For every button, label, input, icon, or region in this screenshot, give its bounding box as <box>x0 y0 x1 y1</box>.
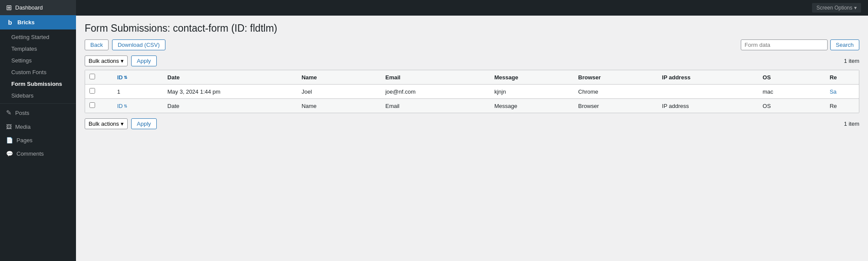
posts-icon: ✎ <box>6 109 12 117</box>
download-csv-button[interactable]: Download (CSV) <box>112 39 165 50</box>
footer-browser: Browser <box>574 99 658 113</box>
comments-icon: 💬 <box>6 150 13 157</box>
id-sort-control[interactable]: ID ⇅ <box>117 74 159 81</box>
table: ID ⇅ Date Name Email <box>85 70 859 113</box>
row-os: mac <box>758 85 825 99</box>
screen-options-label: Screen Options <box>816 5 852 11</box>
footer-sort-arrows-icon: ⇅ <box>124 104 127 108</box>
row-checkbox-cell <box>85 85 113 99</box>
page-title: Form Submissions: contact-form (ID: fldt… <box>85 23 859 34</box>
footer-email: Email <box>381 99 490 113</box>
sidebar-item-templates[interactable]: Templates <box>0 43 76 55</box>
row-browser: Chrome <box>574 85 658 99</box>
row-message: kjnjn <box>490 85 574 99</box>
footer-id: ID ⇅ <box>113 99 163 113</box>
sidebar-item-media[interactable]: 🖼 Media <box>0 120 76 134</box>
sidebar-item-form-submissions[interactable]: Form Submissions <box>0 78 76 90</box>
sidebar-item-comments[interactable]: 💬 Comments <box>0 147 76 160</box>
sidebar-item-label: Posts <box>15 110 30 116</box>
media-icon: 🖼 <box>6 124 12 130</box>
sidebar-item-custom-fonts[interactable]: Custom Fonts <box>0 66 76 78</box>
item-count-bottom: 1 item <box>844 121 859 127</box>
sidebar: ⊞ Dashboard b Bricks Getting Started Tem… <box>0 0 76 261</box>
row-re-anchor[interactable]: Sa <box>830 88 837 95</box>
header-re: Re <box>825 70 859 85</box>
bulk-actions-label-bottom: Bulk actions <box>89 121 119 127</box>
apply-button-top[interactable]: Apply <box>131 55 157 66</box>
sidebar-item-bricks[interactable]: b Bricks <box>0 15 76 29</box>
back-button[interactable]: Back <box>85 39 109 50</box>
select-all-checkbox[interactable] <box>89 74 95 79</box>
content-area: Form Submissions: contact-form (ID: fldt… <box>76 16 868 261</box>
header-checkbox-cell <box>85 70 113 85</box>
pages-icon: 📄 <box>6 137 13 144</box>
row-email: joe@nf.com <box>381 85 490 99</box>
top-toolbar: Back Download (CSV) Search <box>85 39 859 50</box>
sidebar-item-posts[interactable]: ✎ Posts <box>0 105 76 120</box>
bulk-actions-dropdown-top[interactable]: Bulk actions ▾ <box>85 55 128 66</box>
header-message: Message <box>490 70 574 85</box>
footer-checkbox-cell <box>85 99 113 113</box>
footer-re: Re <box>825 99 859 113</box>
table-header: ID ⇅ Date Name Email <box>85 70 859 85</box>
footer-name: Name <box>297 99 381 113</box>
header-browser: Browser <box>574 70 658 85</box>
header-email: Email <box>381 70 490 85</box>
row-id: 1 <box>113 85 163 99</box>
bulk-actions-label-top: Bulk actions <box>89 58 119 64</box>
footer-os: OS <box>758 99 825 113</box>
sidebar-item-label: Pages <box>17 137 33 144</box>
table-body: 1 May 3, 2024 1:44 pm Joel joe@nf.com kj… <box>85 85 859 113</box>
chevron-down-icon: ▾ <box>854 5 857 11</box>
sidebar-item-pages[interactable]: 📄 Pages <box>0 134 76 147</box>
id-label: ID <box>117 74 123 81</box>
bottom-bulk-bar: Bulk actions ▾ Apply 1 item <box>85 118 859 129</box>
sidebar-item-dashboard[interactable]: ⊞ Dashboard <box>0 0 76 15</box>
sidebar-item-label: Media <box>15 124 30 130</box>
sort-arrows-icon: ⇅ <box>124 75 127 80</box>
header-ip: IP address <box>658 70 759 85</box>
header-date: Date <box>163 70 297 85</box>
row-re-link[interactable]: Sa <box>825 85 859 99</box>
item-count-top: 1 item <box>844 58 859 64</box>
search-area: Search <box>741 39 859 50</box>
bulk-actions-dropdown-bottom[interactable]: Bulk actions ▾ <box>85 118 128 129</box>
apply-button-bottom[interactable]: Apply <box>131 118 157 129</box>
screen-options-button[interactable]: Screen Options ▾ <box>812 3 861 13</box>
chevron-down-icon: ▾ <box>121 58 124 64</box>
row-ip <box>658 85 759 99</box>
footer-select-all-checkbox[interactable] <box>89 102 95 108</box>
table-footer-row: ID ⇅ Date Name Email Message Browser IP … <box>85 99 859 113</box>
header-id: ID ⇅ <box>113 70 163 85</box>
sidebar-item-getting-started[interactable]: Getting Started <box>0 31 76 43</box>
footer-message: Message <box>490 99 574 113</box>
topbar: Screen Options ▾ <box>76 0 868 16</box>
sidebar-item-settings[interactable]: Settings <box>0 55 76 66</box>
row-name: Joel <box>297 85 381 99</box>
header-os: OS <box>758 70 825 85</box>
footer-id-sort-control[interactable]: ID ⇅ <box>117 103 159 109</box>
row-checkbox[interactable] <box>89 88 95 94</box>
sidebar-item-label: Bricks <box>17 19 35 26</box>
row-date: May 3, 2024 1:44 pm <box>163 85 297 99</box>
search-input[interactable] <box>741 39 828 50</box>
header-name: Name <box>297 70 381 85</box>
bricks-submenu: Getting Started Templates Settings Custo… <box>0 31 76 101</box>
dashboard-icon: ⊞ <box>6 3 12 12</box>
sidebar-divider <box>0 103 76 104</box>
bricks-icon: b <box>6 19 14 26</box>
sidebar-item-label: Dashboard <box>15 4 43 11</box>
footer-date: Date <box>163 99 297 113</box>
sidebar-item-sidebars[interactable]: Sidebars <box>0 90 76 101</box>
submissions-table: ID ⇅ Date Name Email <box>85 70 859 113</box>
chevron-down-icon-bottom: ▾ <box>121 121 124 127</box>
top-bulk-bar: Bulk actions ▾ Apply 1 item <box>85 55 859 66</box>
footer-ip: IP address <box>658 99 759 113</box>
table-row: 1 May 3, 2024 1:44 pm Joel joe@nf.com kj… <box>85 85 859 99</box>
search-button[interactable]: Search <box>830 39 859 50</box>
sidebar-item-label: Comments <box>17 150 44 157</box>
main-area: Screen Options ▾ Form Submissions: conta… <box>76 0 868 261</box>
